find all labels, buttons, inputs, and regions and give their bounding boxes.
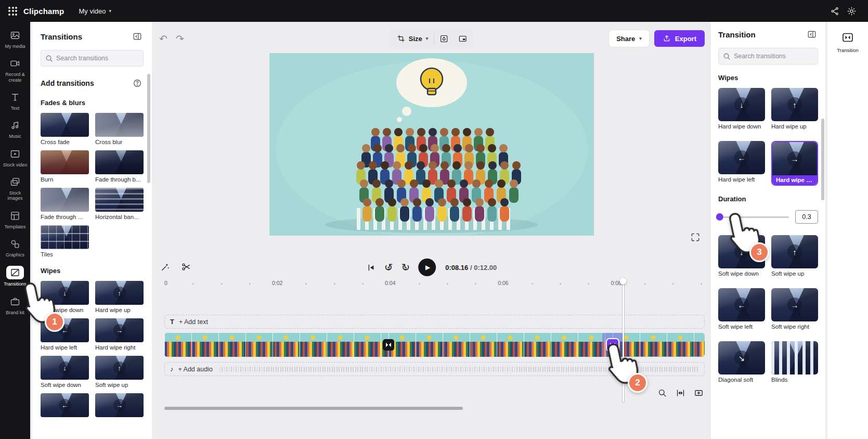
rail-tab-transition[interactable]: Transition: [834, 27, 861, 57]
preview-illustration: [269, 53, 594, 236]
fullscreen-icon[interactable]: [690, 232, 701, 244]
direction-circle: →: [113, 324, 126, 337]
add-transitions-header: Add transitions: [41, 79, 94, 87]
arrow-up-icon: ↑: [118, 365, 121, 371]
current-time: 0:08.16: [445, 264, 468, 272]
transition-thumbnail: [95, 150, 144, 174]
transition-thumbnail: ←: [718, 141, 765, 174]
video-clip[interactable]: [164, 333, 388, 357]
connections-icon[interactable]: [826, 3, 843, 19]
transition-thumbnail: →: [95, 393, 144, 417]
transition-thumbnail: [41, 150, 89, 174]
export-button[interactable]: Export: [654, 30, 705, 47]
transition-option-hard-wipe-left[interactable]: ← Hard wipe left: [718, 141, 765, 186]
transition-tile-fade-through-white[interactable]: Fade through ...: [41, 188, 89, 220]
direction-circle: ←: [59, 399, 71, 411]
collapse-panel-icon[interactable]: [131, 30, 144, 43]
arrow-up-icon: ↑: [793, 248, 797, 256]
transition-option-hard-wipe-up[interactable]: ↑ Hard wipe up: [771, 88, 818, 130]
transition-option-hard-wipe-down[interactable]: ↓ Hard wipe down: [718, 88, 765, 130]
timeline-horizontal-scrollbar[interactable]: [164, 407, 463, 410]
add-scene-icon[interactable]: [694, 388, 704, 399]
sidebar-item-my-media[interactable]: My media: [1, 25, 30, 53]
transition-icon: [841, 31, 854, 46]
sidebar-item-label: Music: [9, 134, 21, 139]
transition-tile-hard-wipe-up[interactable]: ↑ Hard wipe up: [95, 281, 144, 313]
magic-wand-icon[interactable]: [160, 262, 171, 274]
step-1-badge: 1: [45, 312, 64, 332]
sidebar-item-graphics[interactable]: Graphics: [1, 234, 30, 262]
fit-to-screen-icon[interactable]: [676, 388, 685, 399]
transition-tile-tiles[interactable]: Tiles: [41, 225, 89, 257]
settings-gear-icon[interactable]: [843, 3, 860, 19]
undo-button[interactable]: ↶: [159, 34, 167, 44]
transition-tile-cross-blur[interactable]: Cross blur: [95, 113, 144, 145]
direction-circle: →: [113, 399, 126, 411]
transition-option-soft-wipe-left[interactable]: ← Soft wipe left: [718, 288, 765, 330]
sidebar-item-templates[interactable]: Templates: [1, 205, 30, 234]
app-name: Clipchamp: [23, 7, 64, 16]
size-button[interactable]: Size ▾: [391, 32, 435, 45]
sidebar-item-label: Stock video: [3, 162, 28, 167]
transition-tile-partial[interactable]: ←: [41, 393, 89, 417]
transition-tile-partial[interactable]: →: [95, 393, 144, 417]
transition-option-hard-wipe-right-selected[interactable]: → Hard wipe right: [771, 141, 818, 186]
transport-controls: ↺5 ↻5 ▶ 0:08.16 / 0:12.00: [366, 259, 497, 276]
skip-to-start-icon[interactable]: [366, 263, 376, 273]
rewind-5-seconds-icon[interactable]: ↺5: [384, 262, 393, 273]
transition-thumbnail: [41, 113, 89, 137]
topbar: Clipchamp My video ▾: [0, 0, 868, 22]
panel-scrollbar[interactable]: [147, 74, 150, 183]
transition-marker-icon[interactable]: [383, 339, 394, 351]
share-button[interactable]: Share ▾: [609, 30, 649, 47]
export-icon: [663, 34, 671, 43]
stock-video-icon: [7, 148, 23, 160]
transition-thumbnail: →: [771, 288, 818, 321]
search-icon: [723, 53, 731, 60]
collapse-panel-icon[interactable]: [806, 28, 818, 41]
chevron-down-icon: ▾: [426, 36, 429, 41]
transition-tile-fade-through-black[interactable]: Fade through b...: [95, 150, 144, 183]
scissors-split-icon[interactable]: [181, 262, 191, 274]
redo-button[interactable]: ↷: [176, 34, 184, 44]
playhead-handle[interactable]: [620, 278, 627, 285]
app-launcher-icon[interactable]: [8, 7, 17, 16]
transition-thumbnail: [95, 188, 144, 212]
transition-tile-hard-wipe-right[interactable]: → Hard wipe right: [95, 318, 144, 351]
background-color-button[interactable]: [434, 31, 453, 46]
sidebar-item-text[interactable]: Text: [1, 87, 30, 115]
transition-tile-soft-wipe-down[interactable]: ↓ Soft wipe down: [41, 356, 89, 388]
arrow-right-icon: →: [791, 155, 799, 163]
video-clip[interactable]: [388, 333, 613, 357]
help-icon[interactable]: [131, 77, 144, 89]
transition-thumbnail: ↑: [95, 281, 144, 305]
forward-5-seconds-icon[interactable]: ↻5: [401, 262, 410, 273]
sidebar-item-label: Stock images: [2, 190, 29, 201]
sidebar-item-stock-video[interactable]: Stock video: [1, 144, 30, 172]
duration-input[interactable]: [795, 210, 818, 224]
sidebar-item-stock-images[interactable]: Stock images: [1, 172, 30, 205]
chevron-down-icon: ▾: [109, 8, 112, 14]
project-name: My video: [79, 7, 106, 15]
transition-option-blinds[interactable]: Blinds: [771, 341, 818, 383]
transition-tile-horizontal-bands[interactable]: Horizontal ban...: [95, 188, 144, 220]
sidebar-item-music[interactable]: Music: [1, 115, 30, 143]
transition-thumbnail: [95, 113, 144, 137]
search-transitions-input[interactable]: [56, 55, 139, 62]
play-button[interactable]: ▶: [418, 259, 436, 276]
text-tool-icon: [7, 91, 23, 104]
transition-thumbnail: [41, 225, 89, 249]
transition-tile-cross-fade[interactable]: Cross fade: [41, 113, 89, 145]
search-transitions-input[interactable]: [734, 53, 813, 60]
sidebar-item-record-create[interactable]: Record & create: [1, 53, 30, 87]
graphics-shapes-icon: [7, 238, 23, 250]
project-name-menu[interactable]: My video ▾: [79, 7, 111, 15]
transition-tile-soft-wipe-up[interactable]: ↑ Soft wipe up: [95, 356, 144, 388]
transition-option-soft-wipe-right[interactable]: → Soft wipe right: [771, 288, 818, 330]
arrow-down-icon: ↓: [740, 101, 744, 109]
video-preview[interactable]: [269, 53, 594, 236]
picture-in-picture-button[interactable]: [453, 31, 472, 46]
transition-option-diagonal-soft[interactable]: ↘ Diagonal soft: [718, 341, 765, 383]
panel-scrollbar[interactable]: [821, 119, 824, 200]
transition-tile-burn[interactable]: Burn: [41, 150, 89, 183]
